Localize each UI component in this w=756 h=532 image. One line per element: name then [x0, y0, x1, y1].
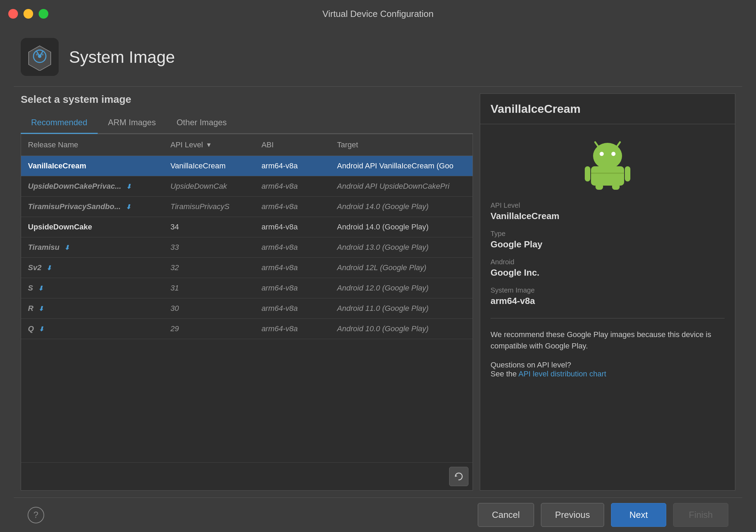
cell-target: Android 14.0 (Google Play) [330, 197, 473, 217]
cell-release: S ⬇ [21, 278, 164, 298]
previous-button[interactable]: Previous [541, 503, 604, 527]
cell-abi: arm64-v8a [254, 237, 330, 257]
right-panel: VanillaIceCream [480, 93, 735, 491]
recommendation-text: We recommend these Google Play images be… [491, 329, 725, 352]
cell-api: UpsideDownCak [164, 176, 255, 196]
app-logo [21, 38, 59, 76]
window-controls [8, 9, 48, 19]
cell-release: UpsideDownCakePrivac... ⬇ [21, 176, 164, 196]
finish-button[interactable]: Finish [673, 503, 728, 527]
table-row[interactable]: Q ⬇ 29 arm64-v8a Android 10.0 (Google Pl… [21, 319, 473, 339]
table-row[interactable]: Tiramisu ⬇ 33 arm64-v8a Android 13.0 (Go… [21, 237, 473, 258]
svg-rect-16 [595, 184, 603, 190]
svg-point-5 [38, 55, 41, 58]
table-row[interactable]: Sv2 ⬇ 32 arm64-v8a Android 12L (Google P… [21, 258, 473, 278]
cell-target: Android 13.0 (Google Play) [330, 237, 473, 257]
col-header-release: Release Name [21, 134, 164, 156]
type-value: Google Play [491, 239, 725, 250]
col-header-abi: ABI [254, 134, 330, 156]
download-icon: ⬇ [126, 203, 133, 211]
cell-abi: arm64-v8a [254, 176, 330, 196]
svg-point-11 [600, 152, 604, 156]
api-link[interactable]: API level distribution chart [518, 370, 606, 378]
table-row[interactable]: UpsideDownCake 34 arm64-v8a Android 14.0… [21, 217, 473, 237]
cell-abi: arm64-v8a [254, 278, 330, 298]
help-button[interactable]: ? [28, 507, 44, 523]
content-area: Select a system image Recommended ARM Im… [14, 87, 742, 497]
system-image-info: System Image arm64-v8a [491, 286, 725, 306]
cell-api: 32 [164, 258, 255, 278]
tab-arm-images[interactable]: ARM Images [98, 112, 166, 134]
android-info: Android Google Inc. [491, 258, 725, 278]
table-body: VanillaIceCream VanillaIceCream arm64-v8… [21, 156, 473, 462]
type-info: Type Google Play [491, 230, 725, 250]
title-bar: Virtual Device Configuration [0, 0, 756, 28]
cell-target: Android 14.0 (Google Play) [330, 217, 473, 237]
tab-other-images[interactable]: Other Images [166, 112, 237, 134]
next-button[interactable]: Next [611, 503, 666, 527]
download-icon: ⬇ [126, 183, 134, 190]
col-header-api: API Level ▼ [164, 134, 255, 156]
cell-target: Android API VanillaIceCream (Goo [330, 156, 473, 176]
cell-api: TiramisuPrivacyS [164, 197, 255, 217]
svg-rect-14 [585, 166, 590, 181]
svg-point-10 [593, 143, 622, 169]
api-level-info: API Level VanillaIceCream [491, 201, 725, 221]
svg-rect-13 [591, 166, 624, 186]
download-icon: ⬇ [46, 264, 54, 272]
svg-point-12 [611, 152, 616, 156]
cell-abi: arm64-v8a [254, 258, 330, 278]
cell-release: Q ⬇ [21, 319, 164, 339]
android-robot-icon [580, 136, 635, 191]
android-label: Android [491, 258, 725, 266]
type-label: Type [491, 230, 725, 238]
table-row[interactable]: VanillaIceCream VanillaIceCream arm64-v8… [21, 156, 473, 176]
maximize-button[interactable] [39, 9, 48, 19]
table-footer [21, 462, 473, 490]
download-icon: ⬇ [38, 285, 46, 292]
cancel-button[interactable]: Cancel [478, 503, 534, 527]
svg-rect-17 [612, 184, 620, 190]
tab-recommended[interactable]: Recommended [21, 112, 98, 134]
right-panel-content: API Level VanillaIceCream Type Google Pl… [480, 124, 735, 387]
cell-target: Android API UpsideDownCakePri [330, 176, 473, 196]
cell-api: VanillaIceCream [164, 156, 255, 176]
cell-api: 30 [164, 298, 255, 318]
cell-abi: arm64-v8a [254, 217, 330, 237]
header-section: System Image [14, 28, 742, 87]
bottom-toolbar: ? Cancel Previous Next Finish [14, 497, 742, 532]
system-image-label: System Image [491, 286, 725, 294]
close-button[interactable] [8, 9, 18, 19]
select-label: Select a system image [21, 93, 473, 105]
cell-release: Sv2 ⬇ [21, 258, 164, 278]
table-row[interactable]: UpsideDownCakePrivac... ⬇ UpsideDownCak … [21, 176, 473, 197]
cell-target: Android 12.0 (Google Play) [330, 278, 473, 298]
cell-target: Android 10.0 (Google Play) [330, 319, 473, 339]
table-row[interactable]: TiramisuPrivacySandbo... ⬇ TiramisuPriva… [21, 197, 473, 217]
cell-release: R ⬇ [21, 298, 164, 318]
android-logo-container [491, 136, 725, 191]
cell-target: Android 12L (Google Play) [330, 258, 473, 278]
main-window: System Image Select a system image Recom… [14, 28, 742, 532]
refresh-button[interactable] [449, 467, 468, 486]
cell-release: UpsideDownCake [21, 217, 164, 237]
tabs-container: Recommended ARM Images Other Images [21, 112, 473, 134]
sort-arrow-icon: ▼ [206, 141, 212, 149]
svg-point-7 [41, 53, 43, 56]
left-panel: Select a system image Recommended ARM Im… [21, 93, 473, 491]
cell-release: Tiramisu ⬇ [21, 237, 164, 257]
window-title: Virtual Device Configuration [322, 9, 434, 19]
cell-release: TiramisuPrivacySandbo... ⬇ [21, 197, 164, 217]
api-question: Questions on API level? See the API leve… [491, 361, 725, 378]
minimize-button[interactable] [23, 9, 33, 19]
table-row[interactable]: S ⬇ 31 arm64-v8a Android 12.0 (Google Pl… [21, 278, 473, 298]
android-value: Google Inc. [491, 267, 725, 278]
api-level-label: API Level [491, 201, 725, 209]
svg-rect-15 [625, 166, 630, 181]
table-row[interactable]: R ⬇ 30 arm64-v8a Android 11.0 (Google Pl… [21, 298, 473, 319]
page-title: System Image [69, 48, 175, 67]
svg-point-6 [36, 53, 38, 56]
system-image-table: Release Name API Level ▼ ABI Target Vani… [21, 134, 473, 491]
cell-api: 33 [164, 237, 255, 257]
cell-target: Android 11.0 (Google Play) [330, 298, 473, 318]
